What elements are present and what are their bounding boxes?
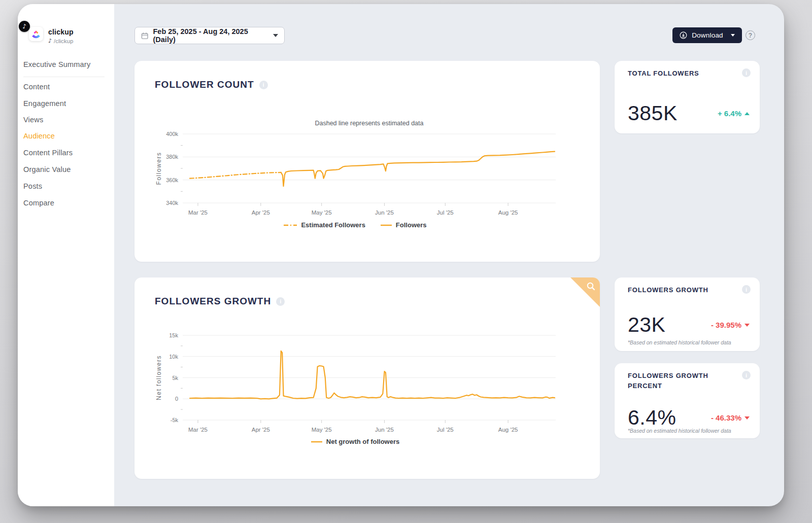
sidebar-divider: [23, 77, 105, 77]
download-button[interactable]: Download: [672, 27, 742, 43]
sidebar-item-compare[interactable]: Compare: [23, 197, 109, 208]
legend-item-estimated-followers[interactable]: Estimated Followers: [284, 221, 365, 229]
sidebar-item-audience[interactable]: Audience: [23, 130, 109, 142]
sidebar-item-content[interactable]: Content: [23, 81, 109, 92]
info-icon[interactable]: i: [742, 285, 751, 294]
svg-text:0: 0: [175, 396, 178, 402]
trend-down-icon: [745, 324, 750, 327]
solid-line-icon: [381, 224, 392, 227]
clickup-avatar: [29, 27, 43, 41]
info-icon[interactable]: i: [742, 68, 751, 77]
download-icon: [680, 31, 687, 39]
download-label: Download: [692, 31, 723, 39]
account-name: clickup: [48, 28, 74, 36]
followers-growth-value: 23K: [628, 313, 665, 337]
solid-line-icon: [311, 440, 322, 443]
info-icon[interactable]: i: [276, 297, 285, 306]
svg-text:May '25: May '25: [312, 427, 332, 433]
svg-text:5k: 5k: [172, 375, 178, 381]
svg-text:10k: 10k: [169, 354, 178, 360]
follower-count-chart[interactable]: 340k360k380k400kMar '25Apr '25May '25Jun…: [155, 114, 576, 221]
sidebar-item-content-pillars[interactable]: Content Pillars: [23, 147, 109, 158]
trend-up-icon: [745, 112, 750, 115]
calendar-icon: [141, 32, 148, 40]
chevron-down-icon: [273, 34, 278, 37]
legend-item-net-growth[interactable]: Net growth of followers: [311, 438, 399, 445]
svg-text:Jul '25: Jul '25: [437, 210, 454, 216]
follower-count-title: FOLLOWER COUNT: [155, 79, 254, 90]
followers-growth-card: FOLLOWERS GROWTH i -5k05k10k15kMar '25Ap…: [134, 277, 600, 479]
chart-zoom-button[interactable]: [570, 277, 600, 307]
svg-text:Aug '25: Aug '25: [498, 427, 518, 433]
sidebar-item-executive-summary[interactable]: Executive Summary: [23, 59, 109, 70]
tiktok-platform-badge: ♪: [19, 21, 30, 32]
svg-text:Followers: Followers: [155, 152, 162, 185]
analytics-dashboard: { "account": { "name": "clickup", "handl…: [0, 0, 812, 523]
account-handle-text: /clickup: [54, 38, 73, 44]
help-button[interactable]: ?: [746, 30, 755, 40]
sidebar: clickup ♪ /clickup Executive Summary Con…: [18, 4, 114, 506]
svg-text:Net followers: Net followers: [155, 355, 162, 400]
clickup-logo-icon: [30, 28, 42, 40]
svg-text:May '25: May '25: [312, 210, 332, 216]
sidebar-item-engagement[interactable]: Engagement: [23, 98, 109, 109]
follower-count-legend: Estimated Followers Followers: [134, 221, 576, 229]
svg-text:380k: 380k: [166, 154, 178, 160]
followers-growth-stat-card: FOLLOWERS GROWTH i 23K - 39.95% *Based o…: [615, 277, 760, 351]
svg-text:15k: 15k: [169, 332, 178, 338]
total-followers-card-title: TOTAL FOLLOWERS: [628, 68, 699, 79]
app-window-background: clickup ♪ /clickup Executive Summary Con…: [18, 4, 784, 506]
followers-growth-title: FOLLOWERS GROWTH: [155, 296, 271, 307]
followers-growth-chart[interactable]: -5k05k10k15kMar '25Apr '25May '25Jun '25…: [155, 326, 576, 442]
sidebar-item-views[interactable]: Views: [23, 114, 109, 125]
sidebar-item-organic-value[interactable]: Organic Value: [23, 164, 109, 175]
download-menu-caret-icon[interactable]: [731, 34, 735, 37]
info-icon[interactable]: i: [742, 371, 751, 379]
followers-growth-legend: Net growth of followers: [134, 438, 576, 445]
app-window: clickup ♪ /clickup Executive Summary Con…: [18, 4, 784, 506]
svg-text:Apr '25: Apr '25: [252, 210, 270, 216]
total-followers-change-badge: + 6.4%: [718, 109, 750, 118]
dashdot-line-icon: [284, 224, 297, 227]
followers-growth-percent-title: FOLLOWERS GROWTH PERCENT: [628, 371, 729, 391]
svg-text:Mar '25: Mar '25: [188, 210, 208, 216]
svg-text:360k: 360k: [166, 177, 178, 183]
svg-text:Apr '25: Apr '25: [252, 427, 270, 433]
svg-text:Jun '25: Jun '25: [375, 427, 394, 433]
svg-text:Jul '25: Jul '25: [437, 427, 454, 433]
followers-growth-stat-title: FOLLOWERS GROWTH: [628, 285, 708, 295]
tiktok-icon: ♪: [48, 38, 52, 44]
total-followers-value: 385K: [628, 101, 678, 125]
svg-text:340k: 340k: [166, 200, 178, 206]
followers-growth-change-badge: - 39.95%: [711, 321, 750, 329]
svg-text:-5k: -5k: [171, 417, 179, 423]
total-followers-card: TOTAL FOLLOWERS i 385K + 6.4%: [615, 61, 760, 133]
help-icon: ?: [749, 32, 752, 39]
followers-growth-percent-value: 6.4%: [628, 406, 676, 430]
svg-text:400k: 400k: [166, 131, 178, 137]
sidebar-item-posts[interactable]: Posts: [23, 181, 109, 192]
trend-down-icon: [745, 416, 750, 420]
date-range-label: Feb 25, 2025 - Aug 24, 2025 (Daily): [153, 27, 268, 44]
follower-count-card: FOLLOWER COUNT i Dashed line represents …: [134, 61, 600, 262]
followers-growth-percent-card: FOLLOWERS GROWTH PERCENT i 6.4% - 46.33%…: [615, 363, 760, 438]
svg-text:Mar '25: Mar '25: [188, 427, 208, 433]
stat-footnote: *Based on estimated historical follower …: [628, 339, 731, 345]
magnifier-icon: [586, 282, 596, 291]
account-handle: ♪ /clickup: [48, 38, 73, 44]
followers-growth-percent-change-badge: - 46.33%: [711, 413, 750, 422]
date-range-picker[interactable]: Feb 25, 2025 - Aug 24, 2025 (Daily): [134, 27, 285, 44]
svg-text:Aug '25: Aug '25: [498, 210, 518, 216]
tiktok-icon: ♪: [22, 23, 26, 29]
legend-item-followers[interactable]: Followers: [381, 221, 427, 229]
svg-text:Jun '25: Jun '25: [375, 210, 394, 216]
info-icon[interactable]: i: [259, 81, 268, 89]
stat-footnote: *Based on estimated historical follower …: [628, 428, 731, 434]
